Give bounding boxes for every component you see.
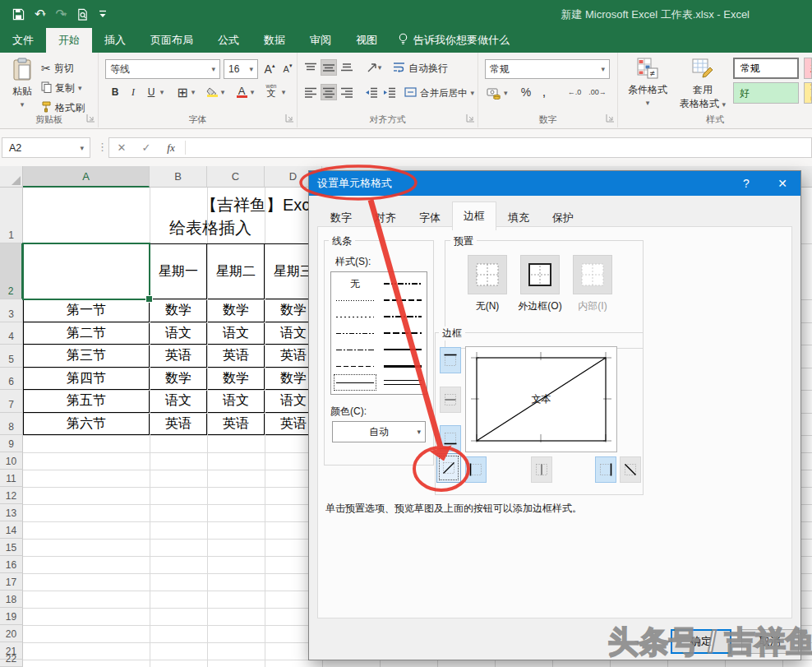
clipboard-dialog-launcher[interactable]	[86, 113, 95, 125]
line-style-option-none[interactable]: 无	[334, 276, 376, 292]
align-top-icon[interactable]	[302, 59, 319, 76]
line-style-option-dash[interactable]	[334, 358, 376, 374]
format-as-table-button[interactable]: 套用 表格格式 ▾	[676, 58, 730, 109]
merge-center-button[interactable]: 合并后居中 ▾	[404, 84, 474, 102]
confirm-entry-icon[interactable]: ✓	[134, 141, 159, 154]
tell-me-box[interactable]: 告诉我你想要做什么	[390, 28, 518, 53]
fill-handle[interactable]	[145, 295, 153, 303]
border-toggle-top[interactable]	[440, 347, 461, 373]
cut-button[interactable]: ✂ 剪切	[41, 59, 74, 77]
decrease-decimal-icon[interactable]: .00→	[587, 84, 608, 100]
tab-页面布局[interactable]: 页面布局	[138, 28, 205, 53]
border-toggle-diagonal-up[interactable]	[436, 453, 461, 483]
border-toggle-right[interactable]	[595, 456, 616, 483]
line-style-option-dash-dot[interactable]	[334, 341, 376, 358]
table-cell[interactable]: 第二节	[24, 323, 150, 345]
row-header-5[interactable]: 5	[0, 345, 23, 368]
formula-bar-splitter[interactable]: ⋮	[97, 141, 108, 153]
row-header-6[interactable]: 6	[0, 368, 23, 391]
align-right-icon[interactable]	[339, 84, 355, 100]
paste-button[interactable]: 粘贴 ▾	[7, 58, 38, 109]
border-preview[interactable]: 文本	[465, 346, 617, 452]
dialog-tab-边框[interactable]: 边框	[452, 201, 496, 230]
print-preview-icon[interactable]	[74, 3, 91, 25]
tab-公式[interactable]: 公式	[205, 28, 251, 53]
table-cell[interactable]: 语文	[208, 323, 265, 345]
undo-icon[interactable]: ↶▾	[32, 3, 48, 25]
tab-file[interactable]: 文件	[0, 28, 46, 53]
tab-视图[interactable]: 视图	[344, 28, 390, 53]
phonetic-dropdown[interactable]: ▾	[279, 84, 288, 100]
table-cell[interactable]: 星期一	[150, 244, 207, 299]
row-header-4[interactable]: 4	[0, 322, 23, 345]
align-middle-icon[interactable]	[321, 59, 337, 76]
row-header-8[interactable]: 8	[0, 413, 23, 436]
tab-审阅[interactable]: 审阅	[298, 28, 344, 53]
tab-插入[interactable]: 插入	[92, 28, 138, 53]
shrink-font-button[interactable]: A▾	[279, 61, 296, 77]
dialog-close-icon[interactable]: ✕	[764, 171, 800, 196]
dialog-tab-填充[interactable]: 填充	[496, 205, 541, 234]
table-cell[interactable]: 英语	[150, 414, 207, 436]
dialog-tab-数字[interactable]: 数字	[319, 205, 363, 234]
line-style-option-double[interactable]	[381, 374, 424, 391]
name-box[interactable]: A2▾	[2, 137, 90, 158]
cancel-entry-icon[interactable]: ✕	[109, 141, 134, 154]
fill-color-dropdown[interactable]: ▾	[219, 84, 227, 100]
conditional-formatting-button[interactable]: ≠ 条件格式 ▾	[621, 58, 674, 107]
row-header-1[interactable]: 1	[0, 188, 23, 243]
bold-button[interactable]: B	[107, 84, 123, 100]
table-cell[interactable]: 第一节	[24, 300, 150, 322]
increase-indent-icon[interactable]	[381, 84, 398, 100]
row-header-17[interactable]: 17	[0, 573, 23, 591]
table-cell[interactable]: 数学	[150, 368, 207, 391]
line-style-listbox[interactable]: 无	[330, 271, 427, 395]
row-header-16[interactable]: 16	[0, 556, 23, 573]
column-header-A[interactable]: A	[23, 166, 150, 188]
row-header-13[interactable]: 13	[0, 504, 23, 521]
border-toggle-left[interactable]	[465, 456, 487, 483]
row-header-18[interactable]: 18	[0, 591, 23, 608]
line-style-option-med-dash-dot-dot[interactable]	[381, 276, 424, 292]
wrap-text-button[interactable]: 自动换行	[393, 59, 448, 77]
select-all-corner[interactable]	[0, 166, 23, 188]
border-toggle-inner-horizontal[interactable]	[440, 387, 461, 413]
redo-icon[interactable]: ↷▾	[53, 3, 70, 25]
row-header-2[interactable]: 2	[0, 243, 23, 299]
phonetic-guide-icon[interactable]: wén 文	[263, 82, 279, 99]
table-cell[interactable]: 语文	[150, 323, 207, 345]
tab-开始[interactable]: 开始	[46, 28, 92, 53]
dialog-tab-字体[interactable]: 字体	[408, 205, 452, 234]
row-header-12[interactable]: 12	[0, 487, 23, 504]
comma-style-icon[interactable]: ,	[536, 84, 552, 100]
table-cell[interactable]: 第五节	[24, 391, 150, 413]
row-header-11[interactable]: 11	[0, 470, 23, 487]
column-header-C[interactable]: C	[207, 166, 265, 188]
table-cell[interactable]: 数学	[208, 368, 265, 391]
save-icon[interactable]	[10, 3, 27, 25]
cell-style-好[interactable]: 好	[733, 82, 799, 104]
dialog-help-icon[interactable]: ?	[728, 171, 764, 196]
align-bottom-icon[interactable]	[339, 59, 355, 76]
line-style-option-thick-solid[interactable]	[381, 358, 424, 374]
borders-dropdown[interactable]: ▾	[189, 84, 197, 100]
percent-style-icon[interactable]: %	[518, 84, 534, 100]
number-format-combo[interactable]: 常规▾	[485, 59, 610, 79]
row-header-3[interactable]: 3	[0, 299, 23, 322]
align-left-icon[interactable]	[302, 84, 319, 100]
table-cell[interactable]: 语文	[150, 391, 207, 413]
preset-button-none[interactable]	[468, 255, 507, 294]
line-style-option-med-dash[interactable]	[381, 325, 424, 341]
decrease-indent-icon[interactable]	[363, 84, 380, 100]
font-dialog-launcher[interactable]	[285, 113, 294, 125]
italic-button[interactable]: I	[125, 84, 141, 100]
table-cell[interactable]: 英语	[150, 345, 207, 368]
column-header-B[interactable]: B	[150, 166, 207, 188]
line-style-option-dot-fine[interactable]	[334, 292, 376, 308]
font-family-combo[interactable]: 等线▾	[105, 59, 220, 79]
accounting-format-icon[interactable]: ▾	[487, 84, 508, 102]
table-cell[interactable]: 数学	[208, 300, 265, 322]
cell-style-适中[interactable]: 适中	[804, 82, 812, 104]
cancel-button[interactable]: 取消	[741, 629, 799, 654]
table-cell[interactable]: 第六节	[24, 414, 150, 436]
